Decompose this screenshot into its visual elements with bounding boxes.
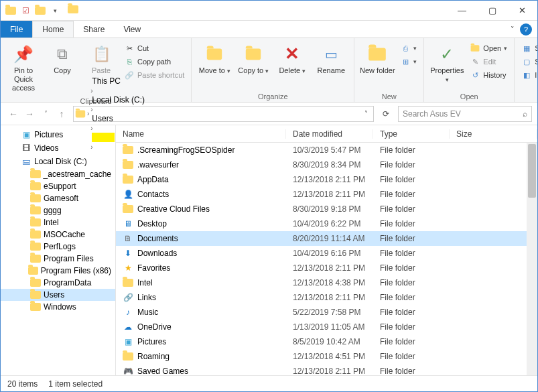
move-to-icon bbox=[204, 44, 225, 65]
open-button[interactable]: Open ▾ bbox=[468, 42, 509, 54]
paste-button[interactable]: 📋 Paste bbox=[82, 41, 120, 78]
navigation-tree[interactable]: ▣Pictures🎞Videos🖴Local Disk (C:)_acestre… bbox=[1, 125, 116, 375]
vertical-scrollbar[interactable] bbox=[527, 143, 537, 375]
tree-item[interactable]: Program Files (x86) bbox=[1, 265, 115, 277]
table-row[interactable]: 🗎Documents8/20/2019 11:14 AMFile folder bbox=[116, 231, 537, 246]
table-row[interactable]: Intel12/13/2018 4:38 PMFile folder bbox=[116, 275, 537, 290]
table-row[interactable]: AppData12/13/2018 2:11 PMFile folder bbox=[116, 172, 537, 187]
column-name[interactable]: Name bbox=[116, 129, 286, 139]
tree-item[interactable]: PerfLogs bbox=[1, 241, 115, 253]
copy-icon: ⧉ bbox=[52, 44, 73, 65]
tree-item[interactable]: _acestream_cache bbox=[1, 168, 115, 180]
tab-home[interactable]: Home bbox=[32, 21, 74, 38]
close-button[interactable]: ✕ bbox=[507, 1, 537, 21]
pin-to-quick-access-button[interactable]: 📌 Pin to Quick access bbox=[5, 41, 42, 96]
up-button[interactable]: ↑ bbox=[54, 107, 69, 121]
table-row[interactable]: 🔗Links12/13/2018 2:11 PMFile folder bbox=[116, 290, 537, 305]
group-label-organize: Organize bbox=[196, 91, 350, 101]
navigation-bar: ← → ˅ ↑ › This PC›Local Disk (C:)›Users›… bbox=[1, 103, 537, 125]
tree-item[interactable]: ▣Pictures bbox=[1, 128, 115, 141]
move-to-button[interactable]: Move to ▾ bbox=[196, 41, 233, 78]
minimize-button[interactable]: — bbox=[447, 1, 477, 21]
tree-item[interactable]: Intel bbox=[1, 216, 115, 228]
qat-dropdown-icon[interactable]: ▾ bbox=[49, 5, 61, 17]
table-row[interactable]: ☁OneDrive1/13/2019 11:05 AMFile folder bbox=[116, 320, 537, 334]
minimize-ribbon-icon[interactable]: ˅ bbox=[511, 25, 515, 34]
breadcrumb-item[interactable]: Local Disk (C:) bbox=[90, 95, 146, 105]
column-headers[interactable]: Name Date modified Type Size bbox=[116, 125, 537, 143]
tab-view[interactable]: View bbox=[114, 21, 150, 38]
address-bar[interactable]: › This PC›Local Disk (C:)›Users› › ˅ bbox=[73, 106, 374, 122]
search-input[interactable]: Search Asus EV ⌕ bbox=[398, 106, 532, 122]
table-row[interactable]: .ScreamingFrogSEOSpider10/3/2019 5:47 PM… bbox=[116, 143, 537, 157]
table-row[interactable]: 👤Contacts12/13/2018 2:11 PMFile folder bbox=[116, 187, 537, 202]
paste-shortcut-button[interactable]: 🔗Paste shortcut bbox=[123, 69, 186, 81]
edit-icon: ✎ bbox=[470, 56, 480, 67]
forward-button[interactable]: → bbox=[22, 107, 37, 121]
properties-qat-icon[interactable]: ☑ bbox=[19, 5, 31, 17]
new-folder-qat-icon[interactable] bbox=[34, 5, 46, 17]
back-button[interactable]: ← bbox=[6, 107, 21, 121]
refresh-button[interactable]: ⟳ bbox=[378, 106, 394, 122]
tree-item[interactable]: eSupport bbox=[1, 180, 115, 192]
tab-file[interactable]: File bbox=[1, 21, 32, 38]
cut-button[interactable]: ✂Cut bbox=[123, 42, 186, 54]
tree-item[interactable]: MSOCache bbox=[1, 228, 115, 241]
delete-icon: ✕ bbox=[281, 44, 303, 65]
edit-button[interactable]: ✎Edit bbox=[468, 56, 509, 68]
easy-access-button[interactable]: ⊞▾ bbox=[399, 56, 418, 68]
scrollbar-thumb[interactable] bbox=[528, 144, 536, 198]
help-icon[interactable]: ? bbox=[520, 23, 532, 36]
invert-selection-button[interactable]: ◧Invert selection bbox=[520, 69, 538, 81]
copy-to-button[interactable]: Copy to ▾ bbox=[234, 41, 272, 78]
column-type[interactable]: Type bbox=[373, 129, 450, 139]
new-folder-button[interactable]: New folder bbox=[358, 41, 396, 78]
rename-button[interactable]: ▭ Rename bbox=[312, 41, 350, 78]
table-row[interactable]: .wavesurfer8/30/2019 8:34 PMFile folder bbox=[116, 157, 537, 172]
copy-button[interactable]: ⧉ Copy bbox=[44, 41, 81, 78]
paste-icon: 📋 bbox=[90, 44, 112, 65]
file-list: Name Date modified Type Size .ScreamingF… bbox=[116, 125, 537, 375]
table-row[interactable]: Creative Cloud Files8/30/2019 9:18 PMFil… bbox=[116, 202, 537, 216]
tree-item[interactable]: 🎞Videos bbox=[1, 141, 115, 155]
address-dropdown-icon[interactable]: ˅ bbox=[360, 110, 372, 117]
column-size[interactable]: Size bbox=[450, 129, 537, 139]
group-label-open: Open bbox=[428, 91, 510, 101]
table-row[interactable]: ▣Pictures8/5/2019 10:42 AMFile folder bbox=[116, 334, 537, 349]
table-row[interactable]: Roaming12/13/2018 4:51 PMFile folder bbox=[116, 349, 537, 364]
tree-item[interactable]: gggg bbox=[1, 204, 115, 216]
table-row[interactable]: 🎮Saved Games12/13/2018 2:11 PMFile folde… bbox=[116, 364, 537, 375]
tree-item[interactable]: Users bbox=[1, 289, 115, 301]
chevron-down-icon: ▾ bbox=[446, 76, 449, 83]
paste-shortcut-icon: 🔗 bbox=[124, 70, 135, 80]
tab-share[interactable]: Share bbox=[74, 21, 114, 38]
tree-item[interactable]: Program Files bbox=[1, 253, 115, 265]
delete-button[interactable]: ✕ Delete ▾ bbox=[273, 41, 311, 78]
new-item-button[interactable]: ⎙▾ bbox=[399, 42, 418, 54]
chevron-down-icon: ▾ bbox=[227, 68, 230, 74]
select-all-button[interactable]: ▦Select all bbox=[520, 42, 538, 54]
group-label-new: New bbox=[358, 91, 419, 101]
copy-path-button[interactable]: ⎘Copy path bbox=[123, 56, 186, 68]
breadcrumb-item[interactable]: Users bbox=[90, 114, 146, 123]
group-open: ✓ Properties ▾ Open ▾ ✎Edit ↺History Ope… bbox=[424, 38, 515, 102]
group-label-select: Select bbox=[519, 91, 538, 101]
column-date[interactable]: Date modified bbox=[286, 129, 373, 139]
search-placeholder: Search Asus EV bbox=[403, 109, 523, 119]
main-content: ▣Pictures🎞Videos🖴Local Disk (C:)_acestre… bbox=[1, 125, 537, 375]
tree-item[interactable]: 🖴Local Disk (C:) bbox=[1, 155, 115, 168]
select-none-button[interactable]: ▢Select none bbox=[520, 56, 538, 68]
tree-item[interactable]: Windows bbox=[1, 301, 115, 313]
table-row[interactable]: 🖥Desktop10/4/2019 6:22 PMFile folder bbox=[116, 216, 537, 231]
history-button[interactable]: ↺History bbox=[468, 69, 509, 81]
properties-icon: ✓ bbox=[436, 44, 458, 65]
properties-button[interactable]: ✓ Properties ▾ bbox=[428, 41, 466, 86]
recent-locations-button[interactable]: ˅ bbox=[38, 107, 53, 121]
pin-icon: 📌 bbox=[13, 44, 34, 65]
maximize-button[interactable]: ▢ bbox=[477, 1, 507, 21]
table-row[interactable]: ⬇Downloads10/4/2019 6:16 PMFile folder bbox=[116, 246, 537, 261]
table-row[interactable]: ★Favorites12/13/2018 2:11 PMFile folder bbox=[116, 261, 537, 275]
tree-item[interactable]: ProgramData bbox=[1, 277, 115, 289]
tree-item[interactable]: Gamesoft bbox=[1, 192, 115, 204]
table-row[interactable]: ♪Music5/22/2019 7:58 PMFile folder bbox=[116, 305, 537, 320]
